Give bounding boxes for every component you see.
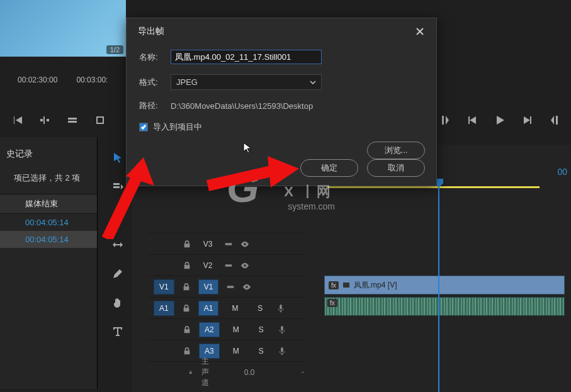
solo-label[interactable]: S: [252, 347, 270, 356]
chevron-down-icon: [310, 79, 316, 86]
clip-name: 凤凰.mp4 [V]: [354, 280, 397, 291]
history-title: 史记录: [0, 145, 97, 166]
dialog-title: 导出帧: [138, 26, 164, 37]
track-a3[interactable]: A3 M S: [147, 340, 305, 361]
eye-icon[interactable]: [242, 283, 251, 291]
solo-label[interactable]: S: [252, 325, 270, 334]
video-clip[interactable]: fx 凤凰.mp4 [V]: [324, 276, 565, 294]
fx-badge: fx: [327, 299, 337, 307]
hand-tool-icon[interactable]: [110, 294, 126, 311]
lock-icon[interactable]: [183, 347, 191, 356]
table-row[interactable]: 00:04:05:14: [0, 231, 97, 248]
playhead-line: [438, 181, 439, 392]
lock-icon[interactable]: [189, 368, 193, 377]
source-patch-a1[interactable]: A1: [154, 301, 174, 316]
expand-icon[interactable]: [301, 368, 305, 377]
source-patch-v1[interactable]: V1: [154, 279, 174, 294]
column-header-media-end[interactable]: 媒体结束: [0, 194, 97, 214]
annotation-arrow: [201, 151, 302, 195]
track-v3[interactable]: V3: [147, 233, 305, 254]
master-value: 0.0: [244, 368, 255, 377]
track-target-a2[interactable]: A2: [199, 322, 220, 337]
master-label: 主声道: [201, 356, 210, 388]
toggle-output-icon[interactable]: [224, 261, 233, 270]
play-icon[interactable]: [492, 112, 508, 128]
pen-tool-icon[interactable]: [110, 266, 126, 282]
preview-badge: 1/2: [106, 45, 123, 54]
type-tool-icon[interactable]: [110, 323, 126, 340]
lock-icon[interactable]: [183, 325, 191, 334]
cancel-button[interactable]: 取消: [367, 159, 425, 177]
preview-thumbnail[interactable]: 1/2: [0, 0, 126, 57]
path-label: 路径:: [139, 100, 164, 111]
format-select[interactable]: JPEG: [171, 74, 322, 90]
mute-label[interactable]: M: [227, 347, 245, 356]
track-v2[interactable]: V2: [147, 254, 305, 276]
timecode-1: 00:02:30:00: [18, 76, 57, 84]
lock-icon[interactable]: [183, 261, 191, 270]
format-value: JPEG: [176, 77, 198, 87]
import-checkbox-label: 导入到项目中: [153, 121, 202, 133]
mic-icon[interactable]: [278, 325, 286, 334]
track-target-v1[interactable]: V1: [198, 279, 219, 294]
mute-label[interactable]: M: [227, 325, 245, 334]
mark-in-icon[interactable]: [436, 112, 453, 128]
step-back-icon[interactable]: [9, 112, 25, 128]
path-value: D:\360MoveData\Users\12593\Desktop: [171, 101, 313, 111]
track-a2[interactable]: A2 M S: [147, 318, 305, 340]
timecode-right: 00: [557, 167, 567, 177]
step-fwd-icon[interactable]: [519, 112, 536, 128]
insert-icon[interactable]: [37, 112, 53, 128]
name-input[interactable]: [171, 50, 322, 64]
track-label: V3: [199, 240, 217, 249]
annotation-arrow: [94, 151, 164, 239]
waveform: [325, 298, 564, 315]
step-back-icon-r[interactable]: [464, 112, 480, 128]
track-target-a1[interactable]: A1: [198, 301, 219, 316]
solo-label[interactable]: S: [251, 304, 269, 313]
lock-icon[interactable]: [182, 283, 191, 291]
browse-button[interactable]: 浏览...: [367, 142, 425, 159]
mark-out-icon[interactable]: [547, 112, 563, 128]
format-label: 格式:: [139, 77, 164, 88]
track-a1[interactable]: A1 A1 M S: [147, 297, 305, 318]
track-label: V2: [199, 261, 217, 270]
close-icon[interactable]: [415, 26, 425, 36]
toggle-output-icon[interactable]: [226, 283, 235, 291]
history-panel: 史记录 项已选择，共 2 项 媒体结束 00:04:05:14 00:04:05…: [0, 137, 98, 389]
selection-summary: 项已选择，共 2 项: [0, 166, 97, 194]
mic-icon[interactable]: [278, 347, 286, 356]
work-area-bar[interactable]: [327, 186, 540, 188]
ok-button[interactable]: 确定: [300, 159, 358, 177]
mute-label[interactable]: M: [226, 304, 244, 313]
clip-icon: [342, 281, 350, 289]
audio-clip[interactable]: fx: [324, 297, 565, 316]
export-frame-icon[interactable]: [92, 112, 108, 128]
overwrite-icon[interactable]: [64, 112, 81, 128]
lock-icon[interactable]: [183, 240, 191, 249]
cursor-icon: [243, 142, 252, 154]
eye-icon[interactable]: [240, 240, 249, 249]
mic-icon[interactable]: [276, 304, 285, 313]
fx-badge: fx: [329, 281, 339, 289]
master-track[interactable]: 主声道 0.0: [147, 361, 305, 383]
timecode-2: 00:03:00:: [76, 76, 108, 84]
table-row[interactable]: 00:04:05:14: [0, 214, 97, 231]
toggle-output-icon[interactable]: [224, 240, 233, 249]
name-label: 名称:: [139, 52, 164, 63]
eye-icon[interactable]: [240, 261, 249, 270]
import-checkbox[interactable]: [139, 123, 148, 132]
timecode-row: 00:02:30:00 00:03:00:: [0, 76, 126, 84]
lock-icon[interactable]: [182, 304, 191, 313]
track-v1[interactable]: V1 V1: [147, 276, 305, 297]
svg-rect-0: [343, 283, 349, 288]
